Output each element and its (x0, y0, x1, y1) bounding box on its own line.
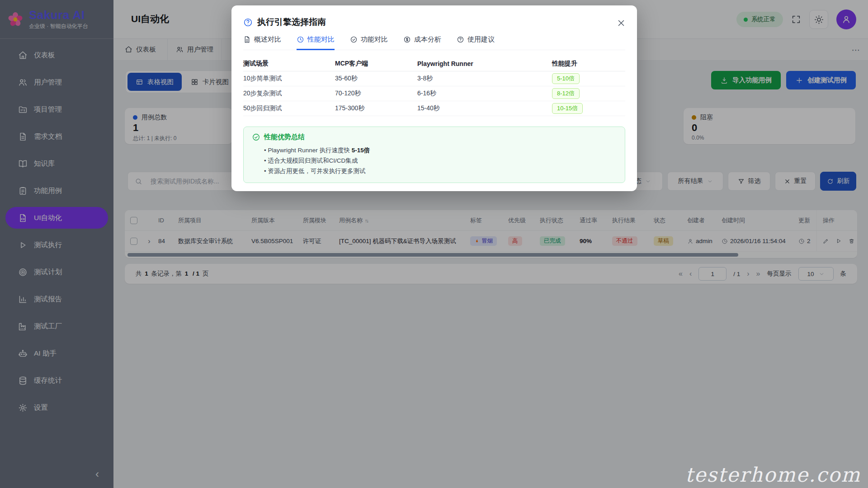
modal-header: 执行引擎选择指南 (231, 5, 637, 28)
modal-title: 执行引擎选择指南 (257, 16, 326, 28)
help-circle-icon (457, 36, 464, 43)
summary-title: 性能优势总结 (264, 133, 305, 141)
tab-usage-advice[interactable]: 使用建议 (457, 35, 495, 50)
modal-tabs: 概述对比 性能对比 功能对比 成本分析 使用建议 (243, 35, 625, 50)
boost-badge: 8-12倍 (552, 88, 580, 99)
dollar-circle-icon (403, 36, 411, 43)
comparison-row: 20步复杂测试 70-120秒 6-16秒 8-12倍 (243, 86, 625, 101)
doc-icon (243, 36, 251, 43)
tab-cost-analysis[interactable]: 成本分析 (403, 35, 441, 50)
close-icon[interactable] (616, 18, 626, 28)
check-circle-icon (252, 133, 260, 141)
summary-title-row: 性能优势总结 (252, 133, 617, 141)
check-circle-icon (350, 36, 358, 43)
summary-bullet: Playwright Runner 执行速度快 5-15倍 (264, 145, 617, 155)
boost-badge: 5-10倍 (552, 73, 580, 84)
summary-bullet: 适合大规模回归测试和CI/CD集成 (264, 155, 617, 166)
boost-badge: 10-15倍 (552, 103, 583, 114)
tab-overview-comparison[interactable]: 概述对比 (243, 35, 281, 50)
app-root: Sakura AI 企业级 · 智能自动化平台 仪表板 用户管理 项目管理 需求… (0, 0, 868, 488)
engine-guide-modal: 执行引擎选择指南 概述对比 性能对比 功能对比 成本分析 使用建议 (231, 5, 637, 191)
summary-bullet: 资源占用更低，可并发执行更多测试 (264, 166, 617, 176)
summary-bullets: Playwright Runner 执行速度快 5-15倍 适合大规模回归测试和… (264, 145, 617, 176)
clock-icon (297, 36, 304, 43)
performance-summary-panel: 性能优势总结 Playwright Runner 执行速度快 5-15倍 适合大… (243, 127, 625, 183)
tab-performance-comparison[interactable]: 性能对比 (297, 35, 335, 50)
watermark: testerhome.com (685, 463, 861, 486)
comparison-row: 50步回归测试 175-300秒 15-40秒 10-15倍 (243, 101, 625, 116)
performance-comparison-table: 测试场景 MCP客户端 Playwright Runner 性能提升 10步简单… (243, 56, 625, 116)
comparison-row: 10步简单测试 35-60秒 3-8秒 5-10倍 (243, 71, 625, 86)
tab-feature-comparison[interactable]: 功能对比 (350, 35, 388, 50)
comparison-header-row: 测试场景 MCP客户端 Playwright Runner 性能提升 (243, 56, 625, 71)
question-circle-icon (243, 18, 253, 27)
